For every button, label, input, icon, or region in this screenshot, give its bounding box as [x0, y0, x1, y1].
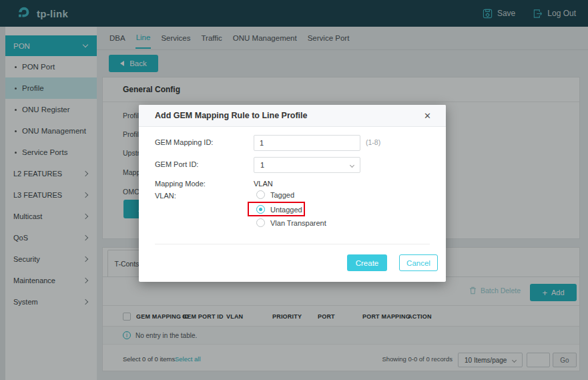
radio-tagged-label: Tagged: [270, 191, 294, 199]
mapping-mode-label: Mapping Mode:: [155, 180, 206, 188]
gem-mapping-id-label: GEM Mapping ID:: [155, 138, 213, 146]
cancel-button[interactable]: Cancel: [399, 254, 438, 271]
modal-header: Add GEM Mapping Rule to Line Profile: [139, 105, 446, 127]
radio-icon: [256, 190, 265, 199]
radio-vlan-transparent[interactable]: Vlan Transparent: [256, 218, 326, 227]
gem-port-id-value: 1: [260, 161, 264, 169]
screen: tp-link Save Log Out: [0, 0, 588, 380]
close-icon[interactable]: [424, 112, 431, 120]
gem-port-id-select[interactable]: 1: [254, 157, 360, 173]
gem-port-id-label: GEM Port ID:: [155, 160, 198, 168]
gem-mapping-id-input[interactable]: [254, 135, 360, 151]
chevron-down-icon: [350, 162, 354, 167]
gem-mapping-id-hint: (1-8): [366, 138, 380, 146]
add-gem-mapping-modal: Add GEM Mapping Rule to Line Profile GEM…: [139, 105, 446, 282]
modal-title: Add GEM Mapping Rule to Line Profile: [155, 111, 307, 120]
radio-vlan-transparent-label: Vlan Transparent: [270, 219, 326, 227]
radio-icon: [256, 218, 265, 227]
create-button[interactable]: Create: [347, 254, 387, 271]
modal-footer-divider: [155, 244, 430, 244]
untagged-highlight-box: [248, 202, 305, 216]
mapping-mode-value: VLAN: [254, 180, 273, 188]
vlan-label: VLAN:: [155, 192, 176, 200]
radio-tagged[interactable]: Tagged: [256, 190, 294, 199]
